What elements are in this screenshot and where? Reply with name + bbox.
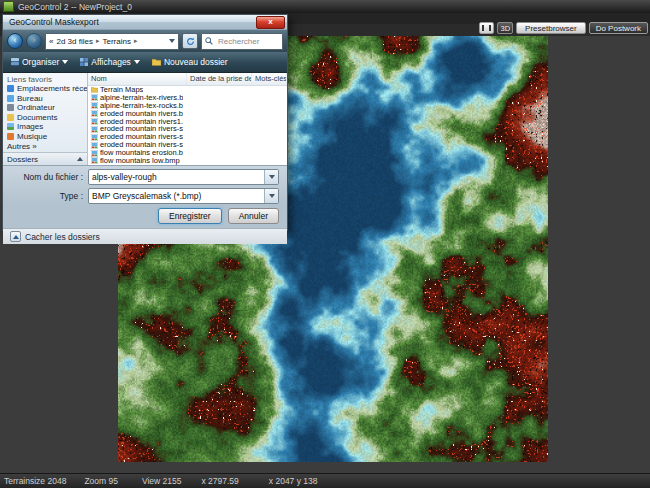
breadcrumb-prefix: « <box>49 37 53 46</box>
organize-button[interactable]: Organiser <box>11 57 68 67</box>
bmp-file-icon <box>91 157 98 164</box>
file-row[interactable]: flow mountains erosion.bmp <box>88 149 287 157</box>
app-titlebar: GeoControl 2 -- NewProject_0 <box>0 0 650 13</box>
filename-label: Nom du fichier : <box>11 172 83 182</box>
chevron-down-icon <box>269 194 275 198</box>
breadcrumb[interactable]: « 2d 3d files ▸ Terrains ▸ <box>45 33 179 50</box>
file-row[interactable]: eroded mountain rivers.bmp <box>88 110 287 118</box>
back-button[interactable]: ‹ <box>7 33 23 49</box>
filetype-label: Type : <box>11 191 83 201</box>
file-name: alpine-terrain-tex-rivers.bmp <box>100 94 183 102</box>
column-date[interactable]: Date de la prise de vue <box>187 73 252 85</box>
desktop-icon <box>7 95 14 102</box>
chevron-up-icon <box>77 157 83 161</box>
refresh-icon <box>186 37 195 46</box>
forward-button[interactable]: › <box>26 33 42 49</box>
presetbrowser-button[interactable]: Presetbrowser <box>516 22 586 34</box>
status-bar: Terrainsize 2048 Zoom 95 View 2155 x 279… <box>0 473 650 488</box>
folders-label: Dossiers <box>7 155 38 164</box>
breadcrumb-dropdown-icon[interactable] <box>169 39 175 43</box>
sidebar-item-label: Ordinateur <box>17 103 55 112</box>
file-name: eroded mountain rivers-selGround.bmp <box>100 133 183 141</box>
refresh-button[interactable] <box>182 33 198 49</box>
app-title: GeoControl 2 -- NewProject_0 <box>18 2 132 12</box>
filename-dropdown-button[interactable] <box>264 170 278 184</box>
folders-expander[interactable]: Dossiers <box>3 152 87 165</box>
sidebar-item-label: Images <box>17 122 43 131</box>
sidebar-item-label: Documents <box>17 113 57 122</box>
views-label: Affichages <box>91 57 131 67</box>
dialog-toolbar: Organiser Affichages Nouveau dossier <box>3 52 287 73</box>
bmp-file-icon <box>91 110 98 117</box>
documents-icon <box>7 114 14 121</box>
file-row[interactable]: eroded mountain rivers-selRivers.bmp <box>88 141 287 149</box>
pause-icon <box>482 25 491 31</box>
sidebar-item-label: Emplacements réce... <box>17 84 87 93</box>
recent-places-icon <box>7 85 14 92</box>
bmp-file-icon <box>91 150 98 157</box>
sidebar-item-recent-places[interactable]: Emplacements réce... <box>3 84 87 94</box>
sidebar-item-pictures[interactable]: Images <box>3 122 87 132</box>
column-tags[interactable]: Mots-clés <box>252 73 287 85</box>
file-row[interactable]: alpine-terrain-tex-rocks.bmp <box>88 102 287 110</box>
sidebar-item-documents[interactable]: Documents <box>3 113 87 123</box>
dialog-sidebar: Liens favoris Emplacements réce... Burea… <box>3 73 88 165</box>
dialog-titlebar: GeoControl Maskexport x <box>3 15 287 30</box>
bmp-file-icon <box>91 142 98 149</box>
view-3d-button[interactable]: 3D <box>497 22 513 34</box>
breadcrumb-separator: ▸ <box>134 37 138 45</box>
filename-input[interactable] <box>89 172 264 182</box>
organize-label: Organiser <box>22 57 59 67</box>
status-view: View 2155 <box>142 476 182 486</box>
breadcrumb-segment[interactable]: Terrains <box>102 37 130 46</box>
save-fields: Nom du fichier : Type : BMP Greyscalemas… <box>3 166 287 205</box>
bmp-file-icon <box>91 102 98 109</box>
bmp-file-icon <box>91 94 98 101</box>
status-terrainsize: Terrainsize 2048 <box>4 476 66 486</box>
bmp-file-icon <box>91 134 98 141</box>
organize-icon <box>11 58 19 66</box>
bmp-file-icon <box>91 118 98 125</box>
file-row[interactable]: eroded mountain rivers1.bmp <box>88 118 287 126</box>
file-row[interactable]: eroded mountain rivers-sel.bmp <box>88 125 287 133</box>
search-input[interactable] <box>216 36 278 47</box>
save-button[interactable]: Enregistrer <box>158 208 222 224</box>
hide-folders-link[interactable]: Cacher les dossiers <box>25 232 100 242</box>
filename-combo[interactable] <box>88 169 279 185</box>
filetype-combo[interactable]: BMP Greyscalemask (*.bmp) <box>88 188 279 204</box>
dialog-title: GeoControl Maskexport <box>9 17 99 27</box>
status-x: x 2797.59 <box>201 476 238 486</box>
app-window: GeoControl 2 -- NewProject_0 Project Gen… <box>0 0 650 488</box>
do-postwork-button[interactable]: Do Postwork <box>589 22 648 34</box>
pause-button[interactable] <box>479 22 494 34</box>
file-row[interactable]: flow mountains low.bmp <box>88 157 287 165</box>
new-folder-button[interactable]: Nouveau dossier <box>152 57 228 67</box>
search-box[interactable] <box>201 33 283 50</box>
views-button[interactable]: Affichages <box>80 57 140 67</box>
more-links[interactable]: Autres » <box>3 141 87 152</box>
close-button[interactable]: x <box>256 16 285 29</box>
filetype-dropdown-button[interactable] <box>264 189 278 203</box>
file-row[interactable]: alpine-terrain-tex-rivers.bmp <box>88 94 287 102</box>
column-name[interactable]: Nom <box>88 73 187 85</box>
music-icon <box>7 133 14 140</box>
new-folder-icon <box>152 58 161 66</box>
file-row[interactable]: eroded mountain rivers-selGround.bmp <box>88 133 287 141</box>
file-name: eroded mountain rivers1.bmp <box>100 118 183 126</box>
file-row[interactable]: Terrain Maps <box>88 86 287 94</box>
sidebar-item-computer[interactable]: Ordinateur <box>3 103 87 113</box>
file-list-header: Nom Date de la prise de vue Mots-clés Ta… <box>88 73 287 86</box>
bmp-file-icon <box>91 126 98 133</box>
file-rows: Terrain Maps alpine-terrain-tex-rivers.b… <box>88 86 287 165</box>
cancel-button[interactable]: Annuler <box>228 208 279 224</box>
file-name: alpine-terrain-tex-rocks.bmp <box>100 102 183 110</box>
status-zoom: Zoom 95 <box>84 476 118 486</box>
hide-folders-icon <box>10 231 21 242</box>
views-icon <box>80 58 88 66</box>
address-bar: ‹ › « 2d 3d files ▸ Terrains ▸ <box>3 30 287 52</box>
breadcrumb-segment[interactable]: 2d 3d files <box>56 37 92 46</box>
sidebar-item-music[interactable]: Musique <box>3 132 87 142</box>
sidebar-item-desktop[interactable]: Bureau <box>3 94 87 104</box>
chevron-down-icon <box>62 60 68 64</box>
sidebar-item-label: Bureau <box>17 94 43 103</box>
